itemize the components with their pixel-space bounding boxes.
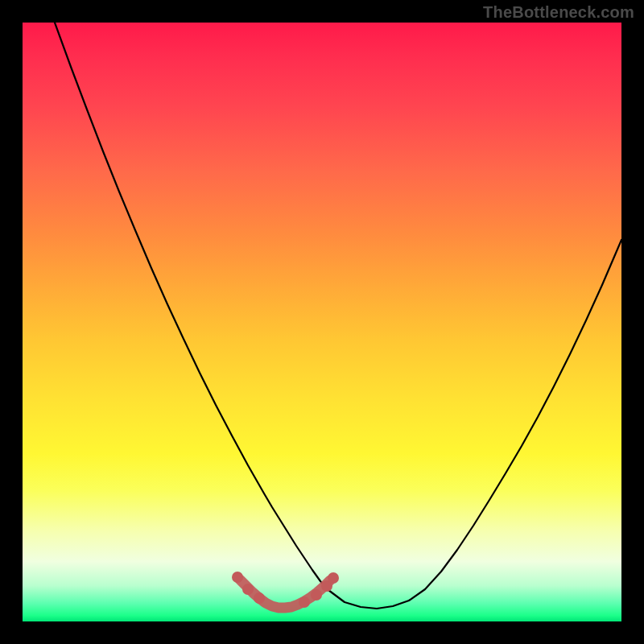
chart-frame: TheBottleneck.com xyxy=(0,0,644,644)
watermark-text: TheBottleneck.com xyxy=(483,3,634,22)
plot-area xyxy=(23,23,621,621)
sweet-spot-dots xyxy=(242,584,254,595)
curve-layer xyxy=(23,23,621,621)
sweet-spot-dots xyxy=(328,572,339,584)
sweet-spot-dots xyxy=(232,572,243,583)
bottleneck-curve xyxy=(55,23,621,609)
sweet-spot-dots xyxy=(311,589,322,601)
sweet-spot-dots xyxy=(254,592,265,604)
sweet-spot-dots xyxy=(299,597,310,608)
